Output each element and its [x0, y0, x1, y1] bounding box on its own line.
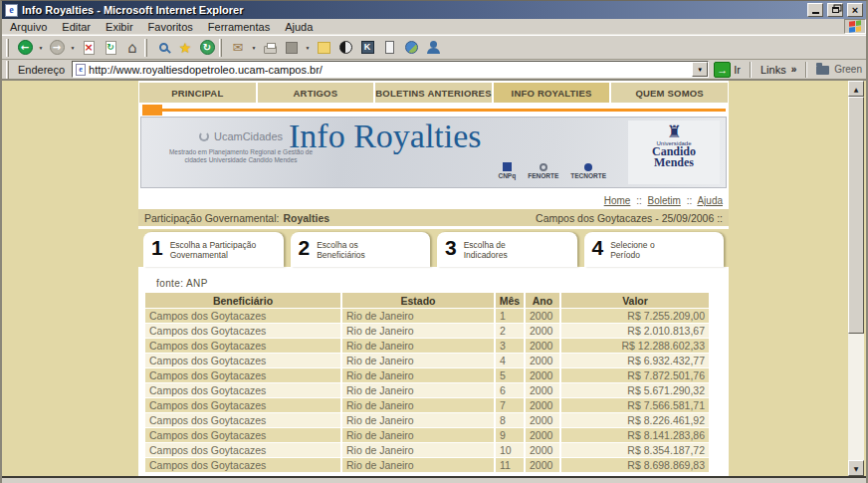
- cell-ano: 2000: [526, 413, 559, 427]
- print-icon: [264, 46, 277, 54]
- close-button[interactable]: ×: [847, 3, 863, 17]
- minimize-button[interactable]: [807, 3, 823, 17]
- tecnorte-icon: [584, 163, 592, 171]
- notes-icon: [318, 42, 330, 54]
- cell-beneficiario: Campos dos Goytacazes: [145, 383, 340, 397]
- scroll-down-button[interactable]: [848, 460, 864, 476]
- minimize-icon: [812, 7, 819, 14]
- go-button[interactable]: Ir: [714, 62, 741, 78]
- nav-tab-quem-somos[interactable]: QUEM SOMOS: [611, 83, 728, 103]
- print-button[interactable]: [260, 38, 280, 57]
- search-button[interactable]: [153, 38, 173, 57]
- address-bar: Endereço e Ir Links » Green: [2, 60, 866, 81]
- links-chevron[interactable]: »: [791, 64, 797, 75]
- nav-tab-info-royalties[interactable]: INFO ROYALTIES: [494, 83, 610, 103]
- restore-button[interactable]: [827, 3, 843, 17]
- header-valor: Valor: [561, 293, 709, 308]
- research-button[interactable]: [401, 38, 421, 57]
- mail-button[interactable]: [228, 38, 248, 57]
- cell-beneficiario: Campos dos Goytacazes: [145, 368, 340, 382]
- menu-ajuda[interactable]: Ajuda: [285, 21, 313, 33]
- step-label: Escolha os Beneficiários: [317, 236, 365, 267]
- step-tab-3[interactable]: 3 Escolha de Indicadores: [437, 232, 577, 267]
- table-row: Campos dos Goytacazes Rio de Janeiro 10 …: [145, 443, 709, 457]
- cell-valor: R$ 2.010.813,67: [561, 324, 709, 338]
- favorites-button[interactable]: [175, 38, 195, 57]
- ucamcidades-label: UcamCidades: [214, 130, 283, 142]
- edit-button[interactable]: [282, 38, 302, 57]
- page-content: PRINCIPAL ARTIGOS BOLETINS ANTERIORES IN…: [138, 81, 729, 476]
- menu-ferramentas[interactable]: Ferramentas: [208, 21, 270, 33]
- cell-mes: 5: [496, 368, 524, 382]
- cell-ano: 2000: [526, 428, 559, 442]
- addressbar-separator: [750, 62, 752, 78]
- link-boletim[interactable]: Boletim: [647, 195, 680, 206]
- home-button[interactable]: [122, 38, 142, 57]
- addressbar-grip[interactable]: [6, 61, 9, 79]
- cell-mes: 8: [496, 413, 524, 427]
- cell-estado: Rio de Janeiro: [342, 398, 494, 412]
- nav-tab-boletins-anteriores[interactable]: BOLETINS ANTERIORES: [375, 83, 492, 103]
- nav-tab-principal[interactable]: PRINCIPAL: [139, 83, 256, 103]
- forward-dropdown[interactable]: [69, 44, 77, 51]
- cell-valor: R$ 8.141.283,86: [561, 428, 709, 442]
- k-app-icon: [361, 41, 374, 54]
- forward-button[interactable]: [47, 38, 67, 57]
- scroll-up-button[interactable]: [848, 81, 864, 97]
- cell-estado: Rio de Janeiro: [342, 458, 494, 472]
- mobile-button[interactable]: [379, 38, 399, 57]
- page-icon: e: [76, 64, 86, 76]
- contact-button[interactable]: [423, 38, 443, 57]
- table-row: Campos dos Goytacazes Rio de Janeiro 7 2…: [145, 398, 709, 412]
- messenger-button[interactable]: [335, 38, 355, 57]
- header-mes: Mês: [496, 293, 524, 308]
- restore-icon: [832, 7, 839, 13]
- back-button[interactable]: [15, 38, 35, 57]
- menu-arquivo[interactable]: Arquivo: [10, 21, 47, 33]
- link-ajuda[interactable]: Ajuda: [697, 195, 723, 206]
- title-bar: e Info Royalties - Microsoft Internet Ex…: [2, 1, 866, 19]
- k-app-button[interactable]: [357, 38, 377, 57]
- cell-ano: 2000: [526, 383, 559, 397]
- links-item[interactable]: Green: [834, 64, 862, 75]
- edit-dropdown[interactable]: [304, 44, 312, 51]
- links-label[interactable]: Links: [760, 64, 786, 76]
- menu-favoritos[interactable]: Favoritos: [148, 21, 193, 33]
- cnpq-icon: [503, 162, 512, 171]
- address-label: Endereço: [18, 64, 67, 76]
- page-viewport: PRINCIPAL ARTIGOS BOLETINS ANTERIORES IN…: [2, 81, 866, 476]
- address-input[interactable]: [89, 64, 692, 76]
- data-source-note: fonte: ANP: [156, 278, 729, 289]
- nav-tab-artigos[interactable]: ARTIGOS: [258, 83, 374, 103]
- history-button[interactable]: [197, 38, 217, 57]
- address-dropdown[interactable]: [692, 62, 708, 77]
- cell-valor: R$ 7.872.501,76: [561, 368, 709, 382]
- table-row: Campos dos Goytacazes Rio de Janeiro 11 …: [145, 458, 709, 472]
- cell-mes: 6: [496, 383, 524, 397]
- scrollbar-thumb[interactable]: [848, 97, 864, 334]
- cell-beneficiario: Campos dos Goytacazes: [145, 458, 340, 472]
- search-icon: [159, 43, 168, 52]
- cell-valor: R$ 6.932.432,77: [561, 354, 709, 367]
- cell-beneficiario: Campos dos Goytacazes: [145, 309, 340, 323]
- stop-button[interactable]: [79, 38, 99, 57]
- link-home[interactable]: Home: [604, 195, 631, 206]
- windows-logo-icon: [844, 19, 866, 34]
- step-number: 4: [592, 236, 604, 267]
- cell-valor: R$ 7.255.209,00: [561, 309, 709, 323]
- notes-button[interactable]: [314, 38, 333, 57]
- cell-ano: 2000: [526, 368, 559, 382]
- web-research-icon: [405, 41, 418, 54]
- refresh-button[interactable]: [101, 38, 120, 57]
- menu-exibir[interactable]: Exibir: [106, 21, 133, 33]
- toolbar-grip[interactable]: [6, 39, 9, 57]
- step-tab-1[interactable]: 1 Escolha a Participação Governamental: [143, 232, 284, 267]
- header-beneficiario: Beneficiário: [145, 293, 340, 308]
- menu-editar[interactable]: Editar: [62, 21, 91, 33]
- vertical-scrollbar[interactable]: [848, 81, 864, 476]
- step-tab-2[interactable]: 2 Escolha os Beneficiários: [291, 232, 431, 267]
- mail-dropdown[interactable]: [250, 44, 258, 51]
- back-dropdown[interactable]: [37, 44, 45, 51]
- step-tab-4[interactable]: 4 Selecione o Período: [584, 232, 725, 267]
- cell-ano: 2000: [526, 354, 559, 367]
